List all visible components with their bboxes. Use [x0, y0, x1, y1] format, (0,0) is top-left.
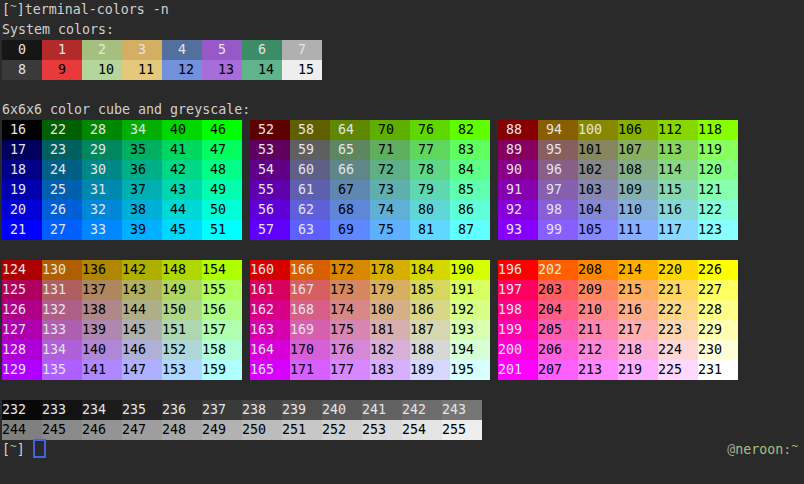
- color-cell-197: 197: [498, 280, 538, 300]
- color-cell-51: 51: [202, 220, 242, 240]
- color-cell-191: 191: [450, 280, 490, 300]
- color-cell-163: 163: [250, 320, 290, 340]
- color-cell-25: 25: [42, 180, 82, 200]
- color-cell-155: 155: [202, 280, 242, 300]
- greyscale-row-1: 232 233 234 235 236 237 238 239 240 241 …: [2, 400, 804, 420]
- color-cell-249: 249: [202, 420, 242, 440]
- color-cell-45: 45: [162, 220, 202, 240]
- right-prompt: @neroon:~: [727, 440, 798, 461]
- block-gap: [490, 340, 498, 360]
- color-cell-106: 106: [618, 120, 658, 140]
- block-gap: [490, 180, 498, 200]
- color-cell-11: 11: [122, 60, 162, 80]
- color-cell-29: 29: [82, 140, 122, 160]
- color-cell-40: 40: [162, 120, 202, 140]
- shell-input-line[interactable]: [~] @neroon:~: [2, 440, 804, 460]
- color-cell-80: 80: [410, 200, 450, 220]
- color-cell-166: 166: [290, 260, 330, 280]
- color-cell-67: 67: [330, 180, 370, 200]
- color-cell-219: 219: [618, 360, 658, 380]
- color-cell-115: 115: [658, 180, 698, 200]
- color-cell-91: 91: [498, 180, 538, 200]
- color-cell-13: 13: [202, 60, 242, 80]
- color-cell-78: 78: [410, 160, 450, 180]
- color-cell-119: 119: [698, 140, 738, 160]
- block-gap: [242, 280, 250, 300]
- color-cell-46: 46: [202, 120, 242, 140]
- color-cell-195: 195: [450, 360, 490, 380]
- prompt-bracket-open: [: [2, 2, 10, 17]
- color-cell-192: 192: [450, 300, 490, 320]
- color-cell-199: 199: [498, 320, 538, 340]
- block-gap: [490, 320, 498, 340]
- color-cell-61: 61: [290, 180, 330, 200]
- color-cell-110: 110: [618, 200, 658, 220]
- color-cell-172: 172: [330, 260, 370, 280]
- color-cell-19: 19: [2, 180, 42, 200]
- color-cell-215: 215: [618, 280, 658, 300]
- color-cell-49: 49: [202, 180, 242, 200]
- cube-band-1-row-4: 19 25 31 37 43 49 55 61 67 73 79 85 91 9…: [2, 180, 804, 200]
- color-cube-band-2: 124 130 136 142 148 154 160 166 172 178 …: [2, 260, 804, 380]
- color-cell-23: 23: [42, 140, 82, 160]
- color-cube-band-1: 16 22 28 34 40 46 52 58 64 70 76 82 88 9…: [2, 120, 804, 240]
- color-cell-79: 79: [410, 180, 450, 200]
- color-cell-208: 208: [578, 260, 618, 280]
- color-cell-187: 187: [410, 320, 450, 340]
- color-cell-94: 94: [538, 120, 578, 140]
- system-colors-row-2: 8 9 10 11 12 13 14 15: [2, 60, 804, 80]
- block-gap: [242, 340, 250, 360]
- color-cell-250: 250: [242, 420, 282, 440]
- color-cell-118: 118: [698, 120, 738, 140]
- color-cell-73: 73: [370, 180, 410, 200]
- block-gap: [490, 160, 498, 180]
- color-cell-76: 76: [410, 120, 450, 140]
- color-cell-175: 175: [330, 320, 370, 340]
- color-cell-89: 89: [498, 140, 538, 160]
- color-cell-86: 86: [450, 200, 490, 220]
- color-cell-107: 107: [618, 140, 658, 160]
- color-cell-142: 142: [122, 260, 162, 280]
- color-cell-181: 181: [370, 320, 410, 340]
- right-prompt-host: neroon: [735, 442, 783, 457]
- color-cell-12: 12: [162, 60, 202, 80]
- color-cell-104: 104: [578, 200, 618, 220]
- cube-band-1-row-5: 20 26 32 38 44 50 56 62 68 74 80 86 92 9…: [2, 200, 804, 220]
- color-cell-231: 231: [698, 360, 738, 380]
- color-cell-124: 124: [2, 260, 42, 280]
- prompt-home-tilde: ~: [10, 440, 17, 453]
- color-cell-93: 93: [498, 220, 538, 240]
- terminal-window[interactable]: [~]terminal-colors -n System colors: 0 1…: [0, 0, 804, 484]
- color-cell-112: 112: [658, 120, 698, 140]
- color-cell-7: 7: [282, 40, 322, 60]
- color-cell-252: 252: [322, 420, 362, 440]
- color-cell-109: 109: [618, 180, 658, 200]
- blank-line: [2, 80, 804, 100]
- color-cell-201: 201: [498, 360, 538, 380]
- color-cell-143: 143: [122, 280, 162, 300]
- color-cell-206: 206: [538, 340, 578, 360]
- color-cell-56: 56: [250, 200, 290, 220]
- color-cell-87: 87: [450, 220, 490, 240]
- color-cell-203: 203: [538, 280, 578, 300]
- color-cell-207: 207: [538, 360, 578, 380]
- color-cell-28: 28: [82, 120, 122, 140]
- color-cell-237: 237: [202, 400, 242, 420]
- color-cell-14: 14: [242, 60, 282, 80]
- color-cell-125: 125: [2, 280, 42, 300]
- color-cell-9: 9: [42, 60, 82, 80]
- block-gap: [242, 160, 250, 180]
- color-cell-57: 57: [250, 220, 290, 240]
- color-cell-130: 130: [42, 260, 82, 280]
- color-cell-179: 179: [370, 280, 410, 300]
- color-cell-167: 167: [290, 280, 330, 300]
- color-cell-176: 176: [330, 340, 370, 360]
- color-cell-178: 178: [370, 260, 410, 280]
- color-cell-26: 26: [42, 200, 82, 220]
- color-cell-123: 123: [698, 220, 738, 240]
- color-cell-85: 85: [450, 180, 490, 200]
- color-cell-146: 146: [122, 340, 162, 360]
- color-cell-131: 131: [42, 280, 82, 300]
- color-cell-31: 31: [82, 180, 122, 200]
- color-cell-22: 22: [42, 120, 82, 140]
